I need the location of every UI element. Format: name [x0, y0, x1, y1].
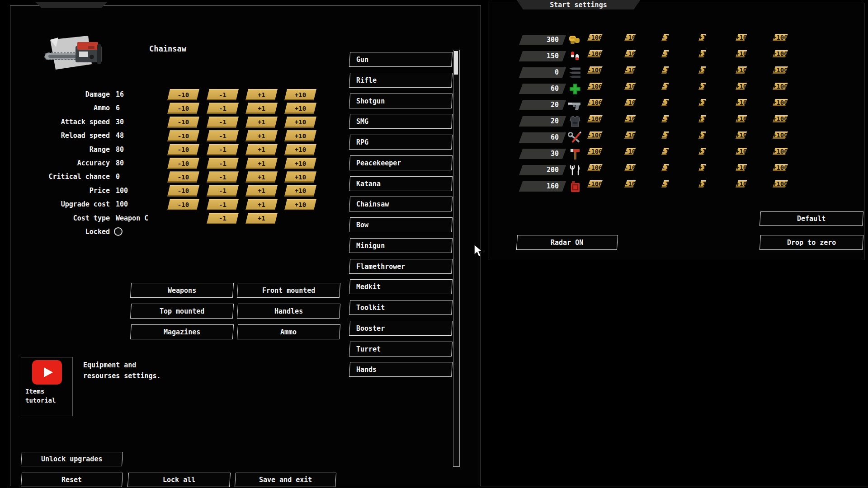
bottom-divider: [480, 487, 868, 487]
stat-adjust-range-minus-1[interactable]: -1: [207, 144, 239, 155]
stat-value-cost-type: Weapon C: [116, 214, 175, 222]
stat-value-damage: 16: [116, 90, 175, 99]
stat-adjust-upgrade-cost-minus-1[interactable]: -1: [207, 199, 239, 210]
resource-value: 0: [515, 68, 559, 76]
lock-all-label: Lock all: [163, 476, 195, 484]
play-icon: [44, 367, 53, 377]
stat-adjust-reload-speed-plus-1[interactable]: +1: [245, 130, 278, 141]
stat-adjust-attack-speed-minus-10[interactable]: -10: [167, 117, 199, 128]
stat-label-range: Range: [18, 145, 110, 154]
stat-value-range: 80: [116, 145, 175, 154]
default-label: Default: [797, 215, 826, 223]
stat-label-upgrade-cost: Upgrade cost: [18, 200, 110, 208]
stat-adjust-reload-speed-plus-10[interactable]: +10: [284, 130, 316, 141]
resource-value: 30: [515, 150, 559, 158]
pills-icon: [567, 50, 583, 63]
save-and-exit-button[interactable]: Save and exit: [235, 473, 336, 487]
stat-adjust-attack-speed-plus-10[interactable]: +10: [284, 117, 316, 128]
youtube-play-button[interactable]: [32, 360, 62, 385]
stat-adjust-accuracy-minus-1[interactable]: -1: [207, 158, 239, 169]
stat-adjust-critical-chance-minus-10[interactable]: -10: [167, 171, 199, 183]
stat-adjust-range-plus-1[interactable]: +1: [245, 144, 278, 155]
resource-value: 150: [515, 52, 559, 60]
stat-adjust-critical-chance-minus-1[interactable]: -1: [207, 171, 239, 183]
stat-adjust-damage-minus-1[interactable]: -1: [207, 89, 239, 100]
stat-adjust-upgrade-cost-minus-10[interactable]: -10: [167, 199, 199, 210]
stat-adjust-ammo-plus-1[interactable]: +1: [245, 103, 278, 114]
stat-adjust-upgrade-cost-plus-10[interactable]: +10: [284, 199, 316, 210]
unlock-upgrades-button[interactable]: Unlock upgrades: [21, 452, 123, 466]
resource-value: 200: [515, 166, 559, 174]
stat-adjust-cost-type-plus-1[interactable]: +1: [245, 213, 278, 224]
stat-value-accuracy: 80: [116, 159, 175, 167]
fuel-icon: [567, 180, 583, 193]
resource-value: 300: [515, 36, 559, 44]
radar-toggle-label: Radar ON: [551, 239, 583, 247]
stat-adjust-accuracy-minus-10[interactable]: -10: [167, 158, 199, 169]
start-settings-title: Start settings: [517, 0, 640, 9]
mouse-cursor: [473, 244, 484, 258]
stat-label-cost-type: Cost type: [18, 214, 110, 222]
stat-label-price: Price: [18, 187, 110, 195]
stat-adjust-damage-minus-10[interactable]: -10: [167, 89, 199, 100]
stat-adjust-accuracy-plus-1[interactable]: +1: [245, 158, 278, 169]
stat-adjust-attack-speed-plus-1[interactable]: +1: [245, 117, 278, 128]
stat-adjust-range-plus-10[interactable]: +10: [284, 144, 316, 155]
stat-adjust-accuracy-plus-10[interactable]: +10: [284, 158, 316, 169]
stat-adjust-ammo-plus-10[interactable]: +10: [284, 103, 316, 114]
stat-adjust-critical-chance-plus-10[interactable]: +10: [284, 171, 316, 183]
stat-value-upgrade-cost: 100: [116, 200, 175, 208]
start-settings-tab: Start settings: [517, 0, 640, 9]
stat-label-reload-speed: Reload speed: [18, 131, 110, 140]
stat-adjust-reload-speed-minus-10[interactable]: -10: [167, 130, 199, 141]
stat-value-critical-chance: 0: [116, 173, 175, 181]
stat-adjust-cost-type-minus-1[interactable]: -1: [207, 213, 239, 224]
stat-label-damage: Damage: [18, 90, 110, 99]
stat-adjust-price-minus-1[interactable]: -1: [207, 185, 239, 197]
stat-adjust-attack-speed-minus-1[interactable]: -1: [207, 117, 239, 128]
drop-to-zero-button[interactable]: Drop to zero: [760, 235, 863, 250]
reset-label: Reset: [61, 476, 82, 484]
item-list-scrollbar[interactable]: [453, 50, 460, 467]
armor-icon: [567, 115, 583, 128]
utensils-icon: [567, 164, 583, 177]
locked-toggle[interactable]: [114, 227, 123, 236]
stat-value-reload-speed: 48: [116, 131, 175, 140]
stat-adjust-ammo-minus-10[interactable]: -10: [167, 103, 199, 114]
tutorial-description: Equipment and resourses settings.: [83, 360, 219, 381]
left-panel-tab: [35, 2, 108, 8]
stat-adjust-ammo-minus-1[interactable]: -1: [207, 103, 239, 114]
stat-label-ammo: Ammo: [18, 104, 110, 112]
stat-adjust-reload-speed-minus-1[interactable]: -1: [207, 130, 239, 141]
lock-all-button[interactable]: Lock all: [127, 473, 231, 487]
stat-label-critical-chance: Critical chance: [18, 173, 110, 181]
drop-to-zero-label: Drop to zero: [787, 239, 836, 247]
stat-adjust-price-plus-1[interactable]: +1: [245, 185, 278, 197]
bullets-icon: [567, 66, 583, 79]
stat-adjust-damage-plus-10[interactable]: +10: [284, 89, 316, 100]
stat-adjust-critical-chance-plus-1[interactable]: +1: [245, 171, 278, 183]
resource-value: 60: [515, 84, 559, 93]
stat-label-attack-speed: Attack speed: [18, 118, 110, 126]
medkit-icon: [567, 83, 583, 95]
default-button[interactable]: Default: [760, 211, 863, 226]
save-and-exit-label: Save and exit: [259, 476, 312, 484]
stat-value-attack-speed: 30: [116, 118, 175, 126]
stat-value-price: 100: [116, 187, 175, 195]
radar-toggle-button[interactable]: Radar ON: [516, 235, 618, 250]
stat-label-locked: Locked: [18, 228, 110, 236]
game-settings-screen: Chainsaw Damage16-10-1+1+10Ammo6-10-1+1+…: [0, 0, 868, 488]
stat-label-accuracy: Accuracy: [18, 159, 110, 167]
stat-adjust-upgrade-cost-plus-1[interactable]: +1: [245, 199, 278, 210]
chainsaw-art: [44, 33, 107, 76]
hammer-icon: [567, 148, 583, 160]
stat-adjust-price-plus-10[interactable]: +10: [284, 185, 316, 197]
scrollbar-thumb[interactable]: [454, 51, 458, 75]
unlock-upgrades-label: Unlock upgrades: [41, 455, 102, 463]
reset-button[interactable]: Reset: [21, 473, 123, 487]
gloves-icon: [567, 34, 583, 47]
stat-adjust-range-minus-10[interactable]: -10: [167, 144, 199, 155]
stat-value-ammo: 6: [116, 104, 175, 112]
stat-adjust-price-minus-10[interactable]: -10: [167, 185, 199, 197]
stat-adjust-damage-plus-1[interactable]: +1: [245, 89, 278, 100]
